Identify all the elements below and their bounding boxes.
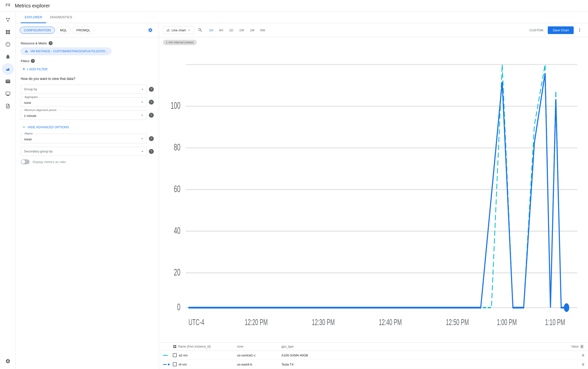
min-alignment-help-icon[interactable]: ? <box>149 113 154 118</box>
add-filter-button[interactable]: + + ADD FILTER <box>21 65 50 73</box>
custom-time-button[interactable]: CUSTOM <box>527 27 546 34</box>
time-1m-button[interactable]: 1M <box>247 27 257 34</box>
resource-metric-label: Resource & Metric <box>21 41 47 45</box>
svg-text:1:10 PM: 1:10 PM <box>545 317 565 327</box>
data-table: Name (from instance_id) zone gpu_type Va… <box>159 342 588 369</box>
svg-rect-29 <box>175 345 176 346</box>
cell-name: t4-vm <box>179 363 187 366</box>
sidebar-item-alerting[interactable] <box>2 51 14 63</box>
aggregator-select[interactable]: none <box>21 97 147 107</box>
filters-help-icon[interactable]: ? <box>31 59 35 63</box>
save-chart-button[interactable]: Save Chart <box>548 26 574 34</box>
page-title: Metrics explorer <box>15 3 50 9</box>
app-logo <box>4 2 12 10</box>
aggregator-label: Aggregator <box>23 95 39 98</box>
svg-point-1 <box>8 18 10 19</box>
svg-text:12:50 PM: 12:50 PM <box>446 317 469 327</box>
aligner-label: Aligner <box>23 132 34 135</box>
svg-rect-4 <box>8 30 10 32</box>
svg-rect-5 <box>6 32 7 34</box>
resource-metric-help-icon[interactable]: ? <box>49 41 53 45</box>
subtab-configuration[interactable]: CONFIGURATION <box>20 27 55 34</box>
row-checkbox[interactable] <box>173 353 177 357</box>
display-ratio-label: Display metrics as ratio <box>33 160 66 164</box>
svg-point-20 <box>564 303 569 312</box>
chart-type-dropdown-arrow <box>187 28 191 32</box>
chart-container[interactable]: 0 20 40 60 80 100 <box>159 47 588 342</box>
aligner-help-icon[interactable]: ? <box>149 136 154 141</box>
more-options-button[interactable] <box>575 26 584 35</box>
th-zone: zone <box>237 345 281 348</box>
filters-label: Filters <box>21 59 29 63</box>
sidebar-item-explore[interactable] <box>2 38 14 50</box>
min-alignment-select[interactable]: 1 minute <box>21 111 147 120</box>
svg-rect-6 <box>8 32 10 34</box>
time-6h-button[interactable]: 6H <box>216 27 226 34</box>
min-alignment-label: Minimum alignment period <box>23 109 57 111</box>
interval-badge: 1 min interval (mean) <box>163 40 197 45</box>
hide-advanced-toggle[interactable]: HIDE ADVANCED OPTIONS <box>21 123 154 131</box>
search-button[interactable] <box>196 26 205 35</box>
chart-type-button[interactable]: Line chart <box>163 26 194 34</box>
sidebar-item-notifications[interactable] <box>2 75 14 87</box>
chevron-up-icon <box>22 125 26 129</box>
svg-text:20: 20 <box>174 267 180 277</box>
cell-gpu-type: A100-SXM4-40GB <box>281 353 308 357</box>
series-dot <box>168 364 170 365</box>
series-color-line <box>163 364 167 365</box>
svg-text:12:30 PM: 12:30 PM <box>312 317 335 327</box>
svg-rect-31 <box>175 347 176 348</box>
table-row[interactable]: t4-vm us-east4-b Tesla T4 0 <box>159 360 588 369</box>
aggregator-help-icon[interactable]: ? <box>149 100 154 105</box>
svg-text:12:40 PM: 12:40 PM <box>379 317 402 327</box>
svg-point-0 <box>6 18 7 19</box>
th-gpu-type: gpu_type <box>281 345 331 348</box>
svg-text:0: 0 <box>177 302 180 312</box>
secondary-group-by-select[interactable]: Secondary group by <box>21 147 147 156</box>
svg-text:60: 60 <box>174 184 180 194</box>
svg-text:40: 40 <box>174 225 180 236</box>
bar-chart-icon <box>24 49 28 53</box>
cell-name: a2-vm <box>179 353 188 357</box>
time-1h-button[interactable]: 1H <box>206 27 216 34</box>
secondary-group-help-icon[interactable]: ? <box>149 149 154 154</box>
aligner-select[interactable]: mean <box>21 134 147 143</box>
sidebar-item-settings[interactable] <box>2 355 14 367</box>
series-color-line <box>163 355 168 356</box>
svg-rect-30 <box>173 347 175 348</box>
group-by-select[interactable]: Group by <box>21 85 147 94</box>
line-chart-svg: 0 20 40 60 80 100 <box>159 47 588 342</box>
time-6w-button[interactable]: 6W <box>257 27 268 34</box>
svg-text:12:20 PM: 12:20 PM <box>245 317 268 327</box>
settings-gear-button[interactable] <box>146 26 155 35</box>
svg-rect-3 <box>6 30 7 32</box>
line-chart-icon <box>166 28 170 32</box>
cell-value: 0 <box>582 363 584 366</box>
view-question: How do you want to view that data? <box>21 77 154 81</box>
subtab-promql[interactable]: PROMQL <box>72 27 94 34</box>
cell-value: 0 <box>582 353 584 357</box>
sidebar-item-monitoring[interactable] <box>2 88 14 100</box>
sidebar-item-cluster[interactable] <box>2 14 14 26</box>
row-checkbox[interactable] <box>173 362 177 366</box>
th-name: Name (from instance_id) <box>173 345 237 349</box>
th-value: Value <box>331 345 584 349</box>
metric-pill[interactable]: VM INSTANCE - CUSTOM/INSTANCE/GPU/UTILIZ… <box>21 48 111 55</box>
time-1d-button[interactable]: 1D <box>226 27 236 34</box>
svg-text:UTC-4: UTC-4 <box>188 317 204 327</box>
sidebar-item-dashboard[interactable] <box>2 26 14 38</box>
table-row[interactable]: a2-vm us-central1-c A100-SXM4-40GB 0 <box>159 351 588 360</box>
svg-text:80: 80 <box>174 142 180 152</box>
svg-rect-28 <box>173 345 175 346</box>
tab-diagnostics[interactable]: DIAGNOSTICS <box>46 12 76 23</box>
subtab-mql[interactable]: MQL <box>56 27 71 34</box>
sidebar-item-metrics[interactable] <box>2 63 14 75</box>
sidebar-item-logs[interactable] <box>2 100 14 112</box>
group-by-help-icon[interactable]: ? <box>149 87 154 92</box>
time-1w-button[interactable]: 1W <box>236 27 247 34</box>
tab-explorer[interactable]: EXPLORER <box>21 12 46 23</box>
metric-value: VM INSTANCE - CUSTOM/INSTANCE/GPU/UTILIZ… <box>30 50 108 53</box>
display-ratio-toggle[interactable] <box>21 159 30 164</box>
svg-text:100: 100 <box>171 100 180 111</box>
cell-gpu-type: Tesla T4 <box>281 363 294 366</box>
